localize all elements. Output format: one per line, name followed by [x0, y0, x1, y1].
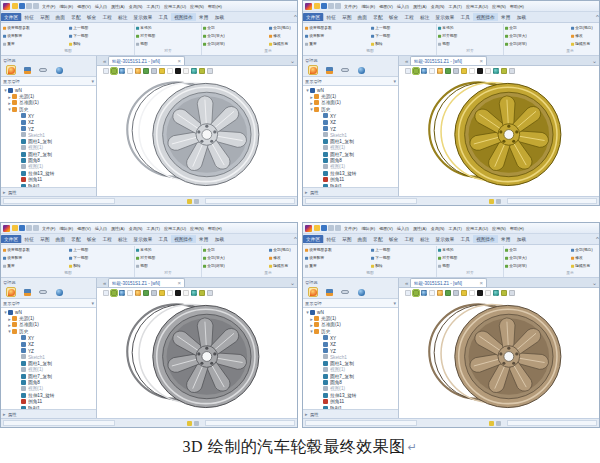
ribbon-button[interactable]: 视图: [438, 42, 478, 47]
menu-application[interactable]: 应用(N): [490, 225, 508, 231]
ribbon-tab-assembly[interactable]: 装配: [370, 235, 386, 243]
scene-gray-icon[interactable]: [453, 68, 459, 74]
redo-icon[interactable]: [33, 225, 39, 231]
ribbon-tab-common[interactable]: 常用: [498, 13, 514, 21]
ribbon-tab-display[interactable]: 显示效果: [130, 13, 155, 21]
menu-attribute[interactable]: 属性(A): [109, 3, 127, 9]
ribbon-tab-feature[interactable]: 特征: [323, 13, 339, 21]
ribbon-tab-tools[interactable]: 工具: [457, 13, 473, 21]
document-tab[interactable]: 轮毂-30151S1.Z1 - [wN] ×: [108, 56, 185, 65]
scene-gray-icon[interactable]: [151, 290, 157, 296]
save-icon[interactable]: [321, 3, 327, 9]
menu-tools[interactable]: 工具(T): [145, 225, 162, 231]
menu-insert[interactable]: 插入(I): [395, 225, 411, 231]
design-tree-tab[interactable]: [308, 65, 318, 75]
render-teal-icon[interactable]: [191, 290, 197, 296]
ribbon-button[interactable]: 上一视图: [69, 248, 109, 253]
ribbon-button[interactable]: 对齐视图: [136, 256, 176, 261]
ribbon-tab-load[interactable]: 加载: [212, 13, 228, 21]
ribbon-button[interactable]: 重置: [305, 42, 345, 47]
ribbon-tab-sheetmetal[interactable]: 钣金: [386, 13, 402, 21]
menu-insert[interactable]: 插入(I): [93, 225, 109, 231]
close-tab-icon[interactable]: ×: [479, 280, 483, 286]
ribbon-button[interactable]: 视图: [136, 42, 176, 47]
ribbon-collapse-button[interactable]: ^: [294, 236, 297, 242]
menu-help[interactable]: 帮助(H): [206, 3, 224, 9]
display-manage-dropdown[interactable]: 显示管理▾: [303, 299, 398, 308]
ribbon-button[interactable]: 隐藏所有: [571, 42, 600, 47]
realistic-orange-icon[interactable]: [437, 290, 443, 296]
ribbon-tab-feature[interactable]: 特征: [21, 13, 37, 21]
ribbon-tab-display[interactable]: 显示效果: [432, 13, 457, 21]
select-icon[interactable]: [103, 290, 109, 296]
menu-query[interactable]: 查询(N): [127, 3, 145, 9]
status-yellow-icon[interactable]: [187, 199, 192, 204]
wireframe-icon[interactable]: [429, 290, 435, 296]
ribbon-tab-engineering[interactable]: 工程: [401, 13, 417, 21]
save-icon[interactable]: [321, 225, 327, 231]
ribbon-tab-sketch[interactable]: 草图: [37, 13, 53, 21]
ribbon-tab-annotation[interactable]: 标注: [115, 235, 131, 243]
wireframe-icon[interactable]: [127, 68, 133, 74]
realistic-orange-icon[interactable]: [135, 68, 141, 74]
ribbon-tab-sketch[interactable]: 草图: [339, 235, 355, 243]
save-icon[interactable]: [19, 225, 25, 231]
ribbon-tab-surface[interactable]: 曲面: [354, 235, 370, 243]
ribbon-tab-file[interactable]: 文件区: [1, 13, 21, 21]
edit-yellow-icon[interactable]: [159, 290, 165, 296]
ribbon-tab-surface[interactable]: 曲面: [52, 235, 68, 243]
tab-list-icon[interactable]: ⌄: [290, 57, 295, 64]
menu-app-tools[interactable]: 应用工具(U): [464, 3, 490, 9]
edit-yellow-icon[interactable]: [159, 68, 165, 74]
material-green-icon[interactable]: [445, 68, 451, 74]
menu-file[interactable]: 文件(F): [342, 3, 359, 9]
menu-attribute[interactable]: 属性(A): [411, 225, 429, 231]
scene-tab[interactable]: [356, 65, 366, 75]
grid-icon[interactable]: [207, 290, 213, 296]
favorite-icon[interactable]: [314, 3, 320, 9]
ribbon-tab-load[interactable]: 加载: [212, 235, 228, 243]
ribbon-button[interactable]: 全部(放大): [203, 34, 243, 39]
viewport-3d[interactable]: [97, 66, 297, 196]
ribbon-tab-view-ops[interactable]: 视图操作: [171, 13, 196, 21]
shaded-green-icon[interactable]: [111, 290, 117, 296]
ribbon-button[interactable]: 全部: [203, 26, 243, 31]
orbit-blue-icon[interactable]: [119, 68, 125, 74]
document-tab[interactable]: 轮毂-30151S1.Z1 - [wN] ×: [108, 278, 185, 287]
ribbon-button[interactable]: 下一视图: [371, 256, 411, 261]
material-green-icon[interactable]: [143, 290, 149, 296]
menu-insert[interactable]: 插入(I): [395, 3, 411, 9]
select-icon[interactable]: [405, 290, 411, 296]
ribbon-tab-common[interactable]: 常用: [498, 235, 514, 243]
select-icon[interactable]: [405, 68, 411, 74]
menu-query[interactable]: 查询(N): [127, 225, 145, 231]
menu-tools[interactable]: 工具(T): [447, 3, 464, 9]
ribbon-button[interactable]: 全部(视向): [269, 26, 298, 31]
menu-edit[interactable]: 编辑(E): [359, 225, 377, 231]
display-manage-dropdown[interactable]: 显示管理▾: [303, 77, 398, 86]
redo-icon[interactable]: [33, 3, 39, 9]
ribbon-button[interactable]: 翻转: [69, 264, 109, 269]
menu-help[interactable]: 帮助(H): [206, 225, 224, 231]
ribbon-button[interactable]: 全部(放大): [505, 256, 545, 261]
orbit-blue-icon[interactable]: [421, 290, 427, 296]
scene-gray-icon[interactable]: [453, 290, 459, 296]
tab-list-icon[interactable]: ⌄: [592, 279, 597, 286]
ribbon-button[interactable]: 下一视图: [69, 34, 109, 39]
ribbon-tab-annotation[interactable]: 标注: [417, 13, 433, 21]
ribbon-collapse-button[interactable]: ^: [596, 14, 599, 20]
grid-icon[interactable]: [509, 290, 515, 296]
ribbon-tab-common[interactable]: 常用: [196, 235, 212, 243]
ribbon-tab-load[interactable]: 加载: [514, 13, 530, 21]
ribbon-button[interactable]: 隐藏所有: [269, 42, 298, 47]
menu-app-tools[interactable]: 应用工具(U): [162, 225, 188, 231]
ribbon-button[interactable]: 设置配置: [3, 34, 43, 39]
ribbon-button[interactable]: 设置视图参数: [305, 248, 345, 253]
menu-file[interactable]: 文件(F): [40, 3, 57, 9]
background-white-icon[interactable]: [167, 68, 173, 74]
ribbon-tab-tools[interactable]: 工具: [155, 13, 171, 21]
close-tab-icon[interactable]: ×: [479, 58, 483, 64]
tab-scroll-left-icon[interactable]: «: [103, 58, 106, 64]
edit-yellow-icon[interactable]: [461, 68, 467, 74]
ribbon-button[interactable]: 修改: [571, 256, 600, 261]
